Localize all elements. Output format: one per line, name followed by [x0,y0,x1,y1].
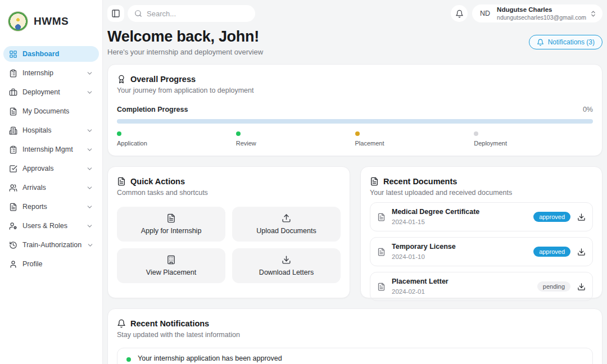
bell-icon [455,10,464,18]
notification-item[interactable]: Your internship application has been app… [117,348,593,364]
file-icon [9,107,17,116]
download-letters-button[interactable]: Download Letters [232,248,341,283]
notification-bell-button[interactable] [451,5,468,22]
document-date: 2024-02-01 [392,288,537,295]
status-dot [117,131,121,136]
file-icon [117,177,126,186]
brand: HWMS [3,11,99,31]
sidebar-item-arrivals[interactable]: Arrivals [3,180,99,195]
sidebar-item-label: Arrivals [22,184,81,192]
sidebar-item-reports[interactable]: Reports [3,199,99,215]
sidebar-item-deployment[interactable]: Deployment [3,84,99,100]
download-icon [282,255,291,265]
milestone-label: Application [117,140,236,147]
sidebar-item-label: Users & Roles [22,222,81,230]
avatar: ND [480,10,490,17]
card-subtitle: Your latest uploaded and received docume… [370,189,593,197]
upload-documents-button[interactable]: Upload Documents [232,207,341,242]
status-badge: approved [533,212,570,222]
document-row[interactable]: Placement Letter 2024-02-01 pending [370,272,593,301]
chevrons-up-down-icon [590,10,597,17]
sidebar-item-my-documents[interactable]: My Documents [3,103,99,119]
chevron-down-icon [86,165,93,172]
view-placement-button[interactable]: View Placement [117,248,225,283]
download-icon[interactable] [577,283,586,291]
sidebar-item-train-authorization[interactable]: Train-Authorization [3,237,99,253]
notifications-button[interactable]: Notifications (3) [529,35,603,49]
milestone-placement: Placement [355,131,474,147]
milestones: Application Review Placement Deployment [117,131,593,147]
upload-icon [282,213,291,223]
sidebar-item-label: Train-Authorization [22,241,81,249]
action-label: Apply for Internship [141,227,202,235]
user-menu[interactable]: ND Ndugutse Charles ndungutsecharles103@… [472,4,603,22]
user-email: ndungutsecharles103@gmail.com [497,14,586,21]
action-label: Upload Documents [256,227,316,235]
document-name: Placement Letter [392,277,537,286]
notifications-button-label: Notifications (3) [548,38,595,46]
milestone-label: Deployment [474,140,593,147]
document-row[interactable]: Temporary License 2024-01-10 approved [370,237,593,266]
progress-bar [117,119,593,124]
file-icon [377,248,386,256]
milestone-deployment: Deployment [474,131,593,147]
users-icon [9,184,17,192]
milestone-label: Placement [355,140,474,147]
status-dot [236,131,241,136]
card-subtitle: Common tasks and shortcuts [117,189,341,197]
chevron-down-icon [86,184,93,192]
sidebar-item-label: Deployment [22,88,81,96]
sidebar-item-label: Hospitals [22,126,81,134]
search-input[interactable] [147,10,248,18]
brand-name: HWMS [34,15,69,28]
sidebar: HWMS Dashboard Internship Deployment My … [0,0,103,364]
unread-dot [126,357,131,362]
file-icon [377,213,386,221]
milestone-application: Application [117,131,236,147]
sidebar-toggle-button[interactable] [107,5,124,22]
award-icon [117,75,126,84]
card-title: Recent Notifications [130,319,209,328]
progress-value: 0% [583,106,593,113]
sidebar-item-dashboard[interactable]: Dashboard [3,46,99,62]
card-subtitle: Stay updated with the latest information [117,331,593,339]
page-subtitle: Here's your internship and deployment ov… [107,48,263,56]
user-name: Ndugutse Charles [497,6,586,13]
sidebar-item-approvals[interactable]: Approvals [3,161,99,176]
user-meta: Ndugutse Charles ndungutsecharles103@gma… [497,6,586,20]
history-icon [9,241,17,249]
sidebar-item-internship-mgmt[interactable]: Internship Mgmt [3,142,99,157]
page-title: Welcome back, John! [107,28,263,46]
card-subtitle: Your journey from application to deploym… [117,87,593,94]
search-bar[interactable] [128,5,255,22]
status-badge: approved [533,247,570,257]
sidebar-item-hospitals[interactable]: Hospitals [3,122,99,138]
download-icon[interactable] [577,248,586,256]
briefcase-icon [9,88,17,97]
milestone-label: Review [236,140,355,147]
chevron-down-icon [86,146,93,153]
download-icon[interactable] [577,213,586,221]
apply-for-internship-button[interactable]: Apply for Internship [117,207,225,242]
sidebar-item-profile[interactable]: Profile [3,256,99,272]
recent-documents-card: Recent Documents Your latest uploaded an… [360,166,603,298]
sidebar-item-label: My Documents [22,107,93,115]
status-dot [355,131,360,136]
sidebar-item-users-roles[interactable]: Users & Roles [3,218,99,234]
status-badge: pending [537,281,570,292]
notification-body: Your internship application has been app… [138,354,282,364]
bell-icon [117,319,126,328]
chevron-down-icon [86,222,93,230]
sidebar-item-internship[interactable]: Internship [3,65,99,81]
sidebar-item-label: Internship [22,69,81,77]
document-meta: Medical Degree Certificate 2024-01-15 [392,208,533,226]
file-icon [9,203,17,211]
status-dot [474,131,478,136]
chevron-down-icon [86,70,93,77]
action-label: View Placement [146,269,196,276]
document-row[interactable]: Medical Degree Certificate 2024-01-15 ap… [370,202,593,231]
layout-grid-icon [9,50,17,58]
sidebar-nav: Dashboard Internship Deployment My Docum… [3,46,99,272]
page-header: Welcome back, John! Here's your internsh… [107,28,603,56]
clipboard-icon [9,69,17,78]
